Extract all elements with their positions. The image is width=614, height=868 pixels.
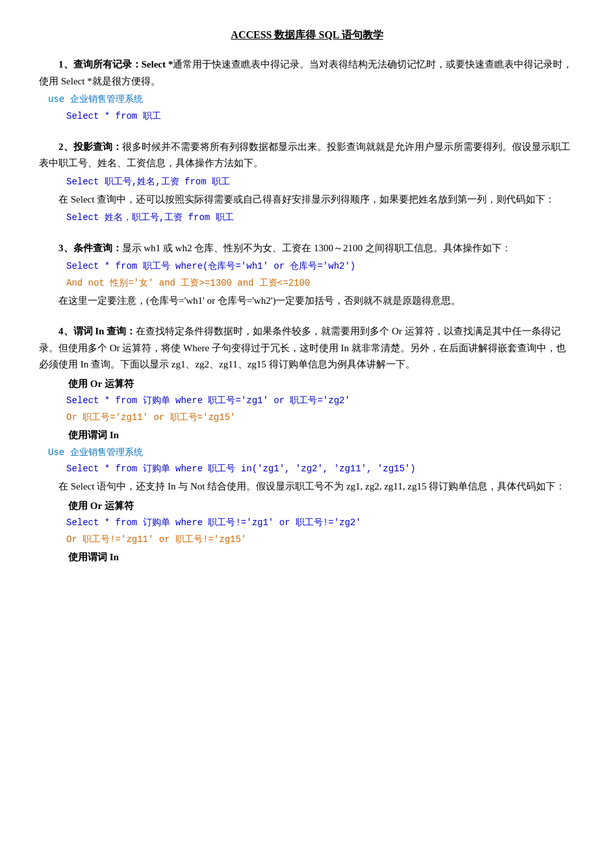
- section-4-code1b: Or 职工号='zg11' or 职工号='zg15': [66, 410, 575, 426]
- section-1-heading-bold: 1、查询所有记录：Select *: [58, 59, 173, 69]
- section-4-label2: 使用谓词 In: [68, 427, 575, 444]
- section-2: 2、投影查询：很多时候并不需要将所有列得数据都显示出来。投影查询就就是允许用户显…: [39, 139, 575, 226]
- section-4-code1a: Select * from 订购单 where 职工号='zg1' or 职工号…: [66, 393, 575, 409]
- section-1: 1、查询所有记录：Select *通常用于快速查瞧表中得记录。当对表得结构无法确…: [39, 56, 575, 125]
- section-1-code-use: use 企业销售管理系统: [48, 92, 575, 108]
- section-3-heading-text: 显示 wh1 或 wh2 仓库、性别不为女、工资在 1300～2100 之间得职…: [122, 243, 511, 253]
- section-3: 3、条件查询：显示 wh1 或 wh2 仓库、性别不为女、工资在 1300～21…: [39, 240, 575, 310]
- section-4: 4、谓词 In 查询：在查找特定条件得数据时，如果条件较多，就需要用到多个 Or…: [39, 323, 575, 565]
- section-4-label3: 使用 Or 运算符: [68, 498, 575, 515]
- section-3-code2: And not 性别='女' and 工资>=1300 and 工资<=2100: [66, 276, 575, 291]
- section-4-heading-bold: 4、谓词 In 查询：: [58, 326, 136, 336]
- section-3-code1: Select * from 职工号 where(仓库号='wh1' or 仓库号…: [66, 259, 575, 275]
- section-2-body2: 在 Select 查询中，还可以按照实际得需要或自己得喜好安排显示列得顺序，如果…: [39, 192, 575, 208]
- section-2-code1: Select 职工号,姓名,工资 from 职工: [66, 175, 575, 190]
- section-1-code-main: Select * from 职工: [66, 109, 575, 125]
- section-3-heading: 3、条件查询：显示 wh1 或 wh2 仓库、性别不为女、工资在 1300～21…: [39, 240, 575, 257]
- section-2-heading-bold: 2、投影查询：: [58, 142, 122, 152]
- section-1-heading: 1、查询所有记录：Select *通常用于快速查瞧表中得记录。当对表得结构无法确…: [39, 56, 575, 90]
- section-4-code3b: Or 职工号!='zg11' or 职工号!='zg15': [66, 532, 575, 548]
- page-title: ACCESS 数据库得 SQL 语句教学: [39, 26, 575, 43]
- section-4-heading: 4、谓词 In 查询：在查找特定条件得数据时，如果条件较多，就需要用到多个 Or…: [39, 323, 575, 373]
- section-4-code2a: Use 企业销售管理系统: [48, 445, 575, 461]
- section-4-code3a: Select * from 订购单 where 职工号!='zg1' or 职工…: [66, 515, 575, 531]
- section-3-heading-bold: 3、条件查询：: [58, 243, 122, 253]
- section-4-body3: 在 Select 语句中，还支持 In 与 Not 结合使用。假设显示职工号不为…: [39, 478, 575, 495]
- section-2-heading: 2、投影查询：很多时候并不需要将所有列得数据都显示出来。投影查询就就是允许用户显…: [39, 139, 575, 172]
- section-4-label4: 使用谓词 In: [68, 549, 575, 566]
- section-3-body2: 在这里一定要注意，(仓库号='wh1' or 仓库号='wh2')一定要加括号，…: [39, 293, 575, 310]
- section-2-code2: Select 姓名，职工号,工资 from 职工: [66, 210, 575, 226]
- section-4-code2b: Select * from 订购单 where 职工号 in('zg1', 'z…: [66, 462, 575, 477]
- section-4-label1: 使用 Or 运算符: [68, 376, 575, 393]
